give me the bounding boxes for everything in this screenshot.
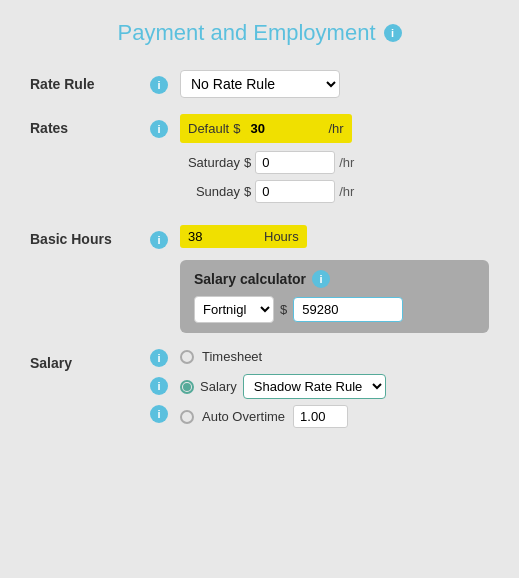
rate-rule-select[interactable]: No Rate Rule Standard Rule Custom Rule	[180, 70, 340, 98]
salary-calc-box: Salary calculator i Fortnigl Weekly Mont…	[180, 260, 489, 333]
auto-overtime-row: Auto Overtime	[180, 405, 489, 428]
salary-info-col: i i i	[150, 349, 180, 423]
salary-radio[interactable]	[180, 380, 194, 394]
rates-control: Default $ /hr Saturday $ /hr Sunday $ /h…	[180, 114, 489, 209]
hours-unit-label: Hours	[264, 229, 299, 244]
salary-label: Salary	[30, 349, 150, 371]
rate-rule-label: Rate Rule	[30, 70, 150, 92]
default-dollar: $	[233, 121, 240, 136]
sunday-unit: /hr	[339, 184, 354, 199]
page-title: Payment and Employment	[117, 20, 375, 46]
default-rate-label: Default	[188, 121, 229, 136]
sunday-rate-input[interactable]	[255, 180, 335, 203]
auto-overtime-info-icon[interactable]: i	[150, 405, 168, 423]
page-title-info-icon[interactable]: i	[384, 24, 402, 42]
rates-label: Rates	[30, 114, 150, 136]
basic-hours-row: Basic Hours i Hours Salary calculator i …	[30, 225, 489, 333]
hours-highlight-box: Hours	[180, 225, 307, 248]
saturday-rate-row: Saturday $ /hr	[180, 151, 489, 174]
salary-info-icon[interactable]: i	[150, 377, 168, 395]
page-title-row: Payment and Employment i	[30, 20, 489, 46]
main-container: Payment and Employment i Rate Rule i No …	[0, 0, 519, 468]
rate-rule-row: Rate Rule i No Rate Rule Standard Rule C…	[30, 70, 489, 98]
salary-control: Timesheet Salary Shadow Rate Rule No Sha…	[180, 349, 489, 432]
period-select[interactable]: Fortnigl Weekly Monthly	[194, 296, 274, 323]
timesheet-info-icon[interactable]: i	[150, 349, 168, 367]
salary-radio-row: Salary Shadow Rate Rule No Shadow Rule	[180, 374, 489, 399]
timesheet-radio[interactable]	[180, 350, 194, 364]
salary-row: Salary i i i Timesheet Salary Shadow Rat…	[30, 349, 489, 432]
timesheet-radio-row[interactable]: Timesheet	[180, 349, 489, 364]
salary-calc-inputs: Fortnigl Weekly Monthly $	[194, 296, 475, 323]
sunday-rate-row: Sunday $ /hr	[180, 180, 489, 203]
saturday-unit: /hr	[339, 155, 354, 170]
default-rate-box: Default $ /hr	[180, 114, 352, 143]
basic-hours-control: Hours Salary calculator i Fortnigl Weekl…	[180, 225, 489, 333]
auto-overtime-label: Auto Overtime	[202, 409, 285, 424]
basic-hours-label: Basic Hours	[30, 225, 150, 247]
salary-calc-info-icon[interactable]: i	[312, 270, 330, 288]
salary-calc-title-row: Salary calculator i	[194, 270, 475, 288]
hours-input[interactable]	[188, 229, 258, 244]
rate-rule-control: No Rate Rule Standard Rule Custom Rule	[180, 70, 489, 98]
default-rate-unit: /hr	[328, 121, 343, 136]
auto-overtime-input[interactable]	[293, 405, 348, 428]
sunday-label: Sunday	[180, 184, 240, 199]
salary-radio-label: Salary	[200, 379, 237, 394]
rates-row: Rates i Default $ /hr Saturday $ /hr Sun…	[30, 114, 489, 209]
auto-overtime-radio[interactable]	[180, 410, 194, 424]
sunday-dollar: $	[244, 184, 251, 199]
rates-info-icon[interactable]: i	[150, 120, 168, 138]
saturday-dollar: $	[244, 155, 251, 170]
salary-calc-title-text: Salary calculator	[194, 271, 306, 287]
saturday-label: Saturday	[180, 155, 240, 170]
salary-calc-input[interactable]	[293, 297, 403, 322]
basic-hours-info-icon[interactable]: i	[150, 231, 168, 249]
salary-calc-dollar: $	[280, 302, 287, 317]
timesheet-radio-label: Timesheet	[202, 349, 262, 364]
saturday-rate-input[interactable]	[255, 151, 335, 174]
shadow-rate-select[interactable]: Shadow Rate Rule No Shadow Rule	[243, 374, 386, 399]
rate-rule-info-icon[interactable]: i	[150, 76, 168, 94]
default-rate-input[interactable]	[244, 118, 324, 139]
